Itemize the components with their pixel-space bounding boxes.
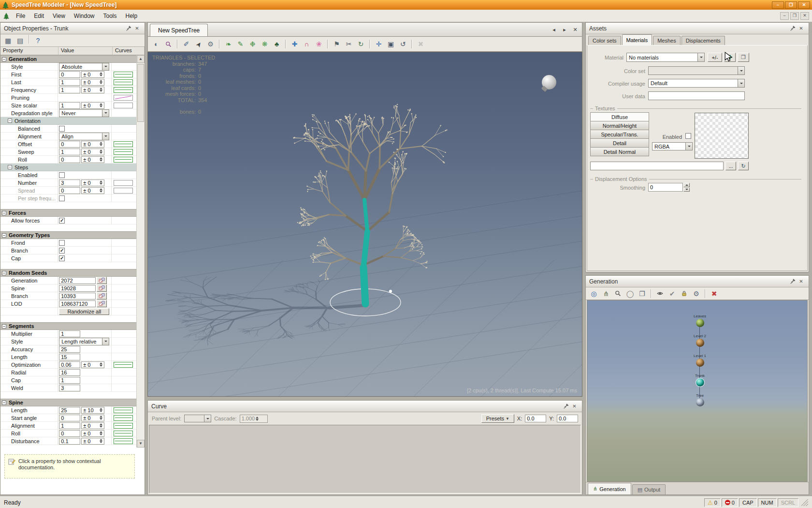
frame-selection-icon[interactable]: ▣ <box>385 39 396 50</box>
property-section-forces[interactable]: −Forces <box>0 209 136 217</box>
property-row-frequency[interactable]: Frequency1± 0 <box>0 86 136 94</box>
value-box[interactable]: 25 <box>59 407 80 414</box>
mdi-minimize-button[interactable]: – <box>780 12 789 20</box>
viewport-3d[interactable]: TRIANGLES - SELECTEDbranches:347caps:7fr… <box>147 52 582 397</box>
zoom-icon[interactable] <box>612 288 624 299</box>
list-view-icon[interactable]: ▤ <box>14 35 26 46</box>
spinner-control[interactable] <box>100 157 102 162</box>
property-row-size-scalar[interactable]: Size scalar1± 0 <box>0 102 136 109</box>
spinner-control[interactable] <box>100 72 102 76</box>
spinner-control[interactable] <box>100 142 102 146</box>
checkbox[interactable] <box>59 195 65 201</box>
property-row-disturbance[interactable]: Disturbance0.1± 0 <box>0 437 136 445</box>
property-row-spine[interactable]: Spine19028 <box>0 284 136 292</box>
flower-icon[interactable]: ❀ <box>313 39 324 50</box>
tab-output[interactable]: ▤Output <box>632 484 666 494</box>
property-row-randomize-all[interactable]: Randomize all <box>0 308 136 315</box>
curve-thumbnail[interactable] <box>114 407 133 413</box>
texture-preview[interactable] <box>695 113 749 159</box>
property-row-radial[interactable]: Radial16 <box>0 369 136 376</box>
property-row-offset[interactable]: Offset0± 0 <box>0 140 136 148</box>
generation-node-level-1[interactable]: Level 1 <box>681 354 719 367</box>
property-row-branch[interactable]: Branch✓ <box>0 247 136 254</box>
show-whole-tree-icon[interactable]: ◎ <box>588 288 599 299</box>
curve-thumbnail[interactable] <box>114 141 133 147</box>
chevron-down-icon[interactable] <box>102 133 109 140</box>
scroll-up-icon[interactable]: ▲ <box>137 55 145 63</box>
spinner-control[interactable] <box>100 416 102 420</box>
rotate-view-icon[interactable]: ↺ <box>397 39 408 50</box>
chevron-down-icon[interactable] <box>102 63 109 70</box>
spinner-control[interactable] <box>100 188 102 193</box>
property-row-enabled[interactable]: Enabled <box>0 171 136 179</box>
chevron-down-icon[interactable] <box>102 338 109 345</box>
compiler-usage-dropdown[interactable]: Default <box>648 79 745 88</box>
close-icon[interactable]: ✕ <box>133 25 141 32</box>
curve-thumbnail[interactable] <box>114 431 133 436</box>
presets-button[interactable]: Presets▼ <box>481 414 514 423</box>
property-row-alignment[interactable]: AlignmentAlign <box>0 133 136 140</box>
move-icon[interactable]: ✛ <box>373 39 384 50</box>
property-section-geometry-types[interactable]: −Geometry Types <box>0 231 136 239</box>
property-row-last[interactable]: Last1± 0 <box>0 78 136 86</box>
property-row-style[interactable]: StyleLength relative <box>0 338 136 345</box>
variance-box[interactable]: ± 0 <box>81 179 104 186</box>
randomize-seed-icon[interactable] <box>97 284 107 292</box>
checkbox[interactable] <box>59 240 65 246</box>
property-row-first[interactable]: First0± 0 <box>0 71 136 78</box>
generation-node-tree[interactable]: Tree <box>681 393 719 406</box>
menu-file[interactable]: File <box>12 11 29 21</box>
resize-grip[interactable] <box>801 499 808 506</box>
randomize-seed-icon[interactable] <box>97 292 107 299</box>
spinner-control[interactable] <box>100 180 102 185</box>
column-curves[interactable]: Curves <box>113 47 145 55</box>
property-row-accuracy[interactable]: Accuracy25 <box>0 345 136 353</box>
collapse-icon[interactable]: − <box>2 233 6 238</box>
property-row-start-angle[interactable]: Start angle0± 0 <box>0 414 136 422</box>
menu-help[interactable]: Help <box>121 11 142 21</box>
spinner-control[interactable] <box>100 149 102 154</box>
variance-box[interactable]: ± 0 <box>81 79 104 86</box>
texture-channel-detail[interactable]: Detail <box>590 138 649 148</box>
value-box[interactable]: 1 <box>59 377 80 384</box>
menu-window[interactable]: Window <box>70 11 99 21</box>
property-row-frond[interactable]: Frond <box>0 239 136 247</box>
curve-thumbnail[interactable] <box>114 438 133 444</box>
value-box[interactable]: 16 <box>59 369 80 376</box>
pin-icon[interactable] <box>562 403 570 410</box>
spinner-control[interactable] <box>100 103 102 107</box>
curve-thumbnail[interactable] <box>114 79 133 85</box>
close-icon[interactable]: ✕ <box>570 403 579 410</box>
property-row-alignment[interactable]: Alignment1± 0 <box>0 422 136 430</box>
variance-box[interactable]: ± 0 <box>81 87 104 93</box>
focus-generator-icon[interactable]: ⚙ <box>691 288 702 299</box>
checkbox[interactable]: ✓ <box>59 248 65 254</box>
curve-thumbnail[interactable] <box>114 423 133 429</box>
spline-edit-icon[interactable]: ✐ <box>181 39 192 50</box>
assets-tab-meshes[interactable]: Meshes <box>653 36 681 45</box>
curve-editor-canvas[interactable] <box>149 425 581 493</box>
minimize-button[interactable]: – <box>772 1 784 9</box>
property-row-spread[interactable]: Spread0± 0 <box>0 187 136 194</box>
texture-file-input[interactable] <box>590 162 724 170</box>
tree-wizard-icon[interactable]: ❋ <box>259 39 270 50</box>
mdi-close-button[interactable]: ✕ <box>800 12 809 20</box>
property-row-length[interactable]: Length15 <box>0 353 136 361</box>
value-box[interactable]: 25 <box>59 346 80 353</box>
paint-leaves-icon[interactable]: ✎ <box>235 39 246 50</box>
checkbox[interactable] <box>59 126 65 132</box>
select-arrow-icon[interactable]: ➤ <box>190 36 206 52</box>
checkbox[interactable]: ✓ <box>59 218 65 224</box>
value-box[interactable]: 0 <box>59 141 80 148</box>
dark-tree-icon[interactable]: ♣ <box>271 39 282 50</box>
whats-this-help-icon[interactable]: ? <box>32 35 44 46</box>
cascade-spinner[interactable] <box>256 417 259 421</box>
spinner-control[interactable] <box>100 408 102 412</box>
categorized-view-icon[interactable]: ▦ <box>2 35 14 46</box>
visibility-icon[interactable] <box>654 288 666 299</box>
spin-force-icon[interactable]: ↻ <box>355 39 366 50</box>
checkbox[interactable] <box>59 172 65 178</box>
tab-new-speedtree[interactable]: New SpeedTree <box>150 24 208 36</box>
variance-box[interactable]: ± 0 <box>81 102 104 109</box>
ellipse-select-icon[interactable]: ◯ <box>624 288 636 299</box>
